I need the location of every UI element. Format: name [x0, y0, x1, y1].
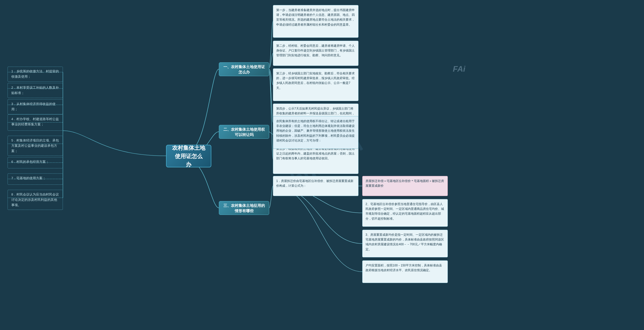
center-node: 农村集体土地使用证怎么 办 — [166, 145, 211, 167]
formula4-text: 户均安置面积，按照100－150平方米控制，具体标准由县政府根据当地农村经济水平… — [366, 264, 442, 272]
center-node-label: 农村集体土地使用证怎么 办 — [172, 144, 206, 169]
formula2-text: 2、宅基地区位补偿价参照当地普通住宅指导价，由区县人民政府参照一定时间、一定区域… — [366, 202, 444, 220]
left-leaf-3: 3．从村集体经济所得收益的使用； — [8, 99, 63, 114]
branch3-label: 三、农村集体土地征用的情形有哪些 — [222, 203, 266, 213]
branch2-leaf-text: 农民集体所有的土地的使用权不得出让、转让或者出租用于非农业建设；但是，符合土地利… — [276, 119, 355, 142]
left-leaf-2: 2．本村享受误工补贴的人数及补贴标准； — [8, 83, 63, 98]
formula1-text: 房屋拆迁补偿＝宅基地区位补偿价＊宅基地面积＋被拆迁房屋重置成新价 — [366, 179, 444, 187]
branch2-label: 二、农村集体土地使用权可以转让吗 — [222, 127, 266, 137]
branch1-label: 一、农村集体土地使用证怎么办 — [222, 64, 266, 75]
left2-text: 2．本村享受误工补贴的人数及补贴标准； — [11, 86, 59, 95]
branch-node-3[interactable]: 三、农村集体土地征用的情形有哪些 — [219, 201, 269, 215]
left5-text: 5．村集体经济项目的立项、承包方案及村公益事业的建设承包方案； — [11, 138, 59, 153]
branch3-formula-2: 2、宅基地区位补偿价参照当地普通住宅指导价，由区县人民政府参照一定时间、一定区域… — [362, 199, 448, 227]
formula3-text: 3、房屋重置成新均价是指一定时间、一定区域内的被拆迁宅基地房屋重置成新的均价，具… — [366, 233, 444, 251]
left3-text: 3．从村集体经济所得收益的使用； — [11, 102, 56, 111]
step-2-node: 第二步，经村组、村委会同意后，建房者将建房申请、个人身份证、户口复印件递交到乡镇… — [273, 41, 358, 66]
branch3-formula-4: 户均安置面积，按照100－150平方米控制，具体标准由县政府根据当地农村经济水平… — [362, 260, 448, 283]
left-leaf-1: 1．乡统筹的收缴方法、村提留的收缴及使用； — [8, 67, 63, 82]
left8-text: 8．村民会议认为应当由村民会议讨论决定的涉及村民利益的其他事项。 — [11, 193, 59, 207]
branch2-leaf: 农民集体所有的土地的使用权不得出让、转让或者出租用于非农业建设；但是，符合土地利… — [273, 116, 358, 149]
left-leaf-7: 7．宅基地的使用方案； — [8, 173, 63, 185]
fai-watermark: FAi — [453, 64, 465, 74]
left-leaf-5: 5．村集体经济项目的立项、承包方案及村公益事业的建设承包方案； — [8, 136, 63, 156]
branch-node-1[interactable]: 一、农村集体土地使用证怎么办 — [219, 62, 269, 76]
left4-text: 4．村办学校、村建道路等村公益事业的经费筹集方案； — [11, 117, 59, 126]
step5-text: 第五步，根据相关的土地法，建房者必须在领到宅基地使用证之日起的两年内，建盖好所批… — [276, 147, 355, 160]
left6-text: 6．村民的承包经营方案； — [11, 160, 49, 164]
left1-text: 1．乡统筹的收缴方法、村提留的收缴及使用； — [11, 69, 59, 78]
mindmap-container: shuhu.cn FAi — [0, 0, 644, 330]
step-3-node: 第三步，经乡镇国土部门实地核实、勘察后，符合相关要求的，进一步填写村民建房审批表… — [273, 68, 358, 101]
left7-text: 7．宅基地的使用方案； — [11, 176, 46, 180]
branch3-formula-1: 房屋拆迁补偿＝宅基地区位补偿价＊宅基地面积＋被拆迁房屋重置成新价 — [362, 176, 448, 196]
step2-text: 第二步，经村组、村委会同意后，建房者将建房申请、个人身份证、户口复印件递交到乡镇… — [276, 44, 355, 57]
step3-text: 第三步，经乡镇国土部门实地核实、勘察后，符合相关要求的，进一步填写村民建房审批表… — [276, 72, 355, 90]
left-leaf-4: 4．村办学校、村建道路等村公益事业的经费筹集方案； — [8, 114, 63, 131]
branch3-leaf1-text: 1．房屋拆迁价由宅基地区位补偿价、被拆迁房屋重置成新价构成，计算公式为： — [276, 179, 353, 187]
left-leaf-8: 8．村民会议认为应当由村民会议讨论决定的涉及村民利益的其他事项。 — [8, 190, 63, 210]
step1-text: 第一步，当建房者准备建房并选好地点时，提出书面建房申请，申请必须注明建房者的个人… — [276, 8, 355, 26]
step-1-node: 第一步，当建房者准备建房并选好地点时，提出书面建房申请，申请必须注明建房者的个人… — [273, 5, 358, 38]
branch3-formula-3: 3、房屋重置成新均价是指一定时间、一定区域内的被拆迁宅基地房屋重置成新的均价，具… — [362, 230, 448, 257]
branch-node-2[interactable]: 二、农村集体土地使用权可以转让吗 — [219, 125, 269, 139]
branch3-leaf-1: 1．房屋拆迁价由宅基地区位补偿价、被拆迁房屋重置成新价构成，计算公式为： — [273, 176, 358, 196]
left-leaf-6: 6．村民的承包经营方案； — [8, 157, 63, 168]
